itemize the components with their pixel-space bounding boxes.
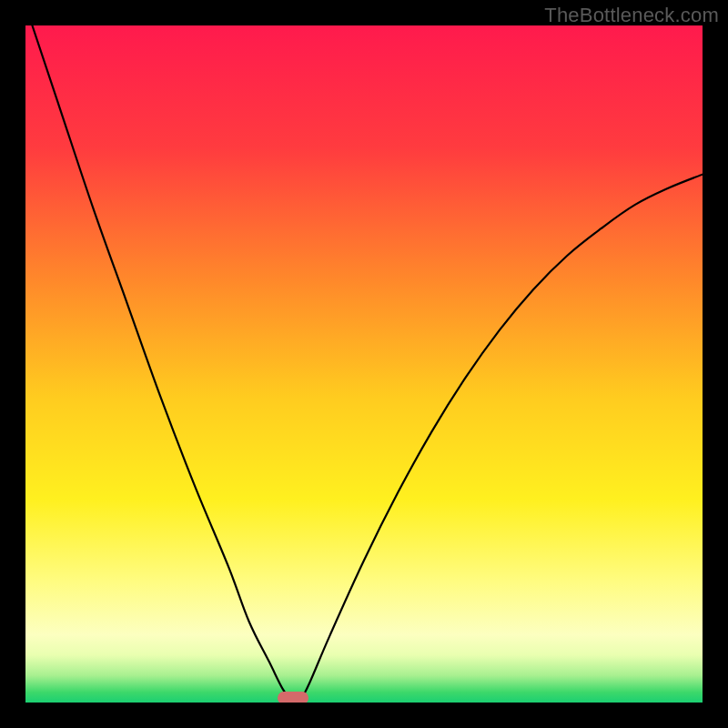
minimum-marker xyxy=(278,692,308,703)
plot-area xyxy=(25,25,703,703)
watermark-text: TheBottleneck.com xyxy=(544,4,719,27)
gradient-rect xyxy=(25,25,703,703)
chart-stage: TheBottleneck.com xyxy=(0,0,728,728)
chart-svg xyxy=(25,25,703,703)
